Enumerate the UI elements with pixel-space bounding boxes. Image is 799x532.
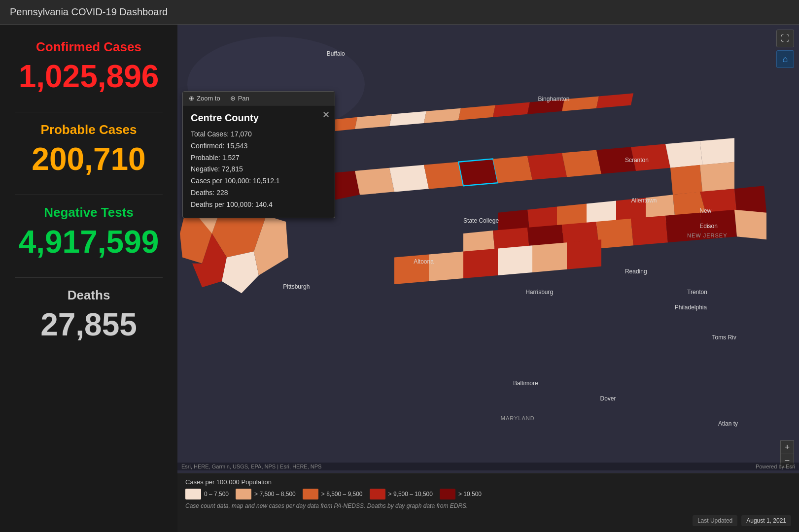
last-updated-date: August 1, 2021 [741, 515, 791, 526]
legend-item-3: > 9,500 – 10,500 [370, 489, 433, 499]
legend-item-2: > 8,500 – 9,500 [303, 489, 363, 499]
county-pike[interactable] [700, 138, 734, 165]
legend-item-4: > 10,500 [440, 489, 482, 499]
legend-label-0: 0 – 7,500 [204, 491, 229, 498]
powered-by-esri: Powered by Esri [756, 464, 795, 469]
county-popup: ⊕ Zoom to ⊕ Pan Centre County ✕ Total Ca… [182, 91, 335, 218]
negative-tests-block: Negative Tests 4,917,599 [15, 205, 163, 258]
popup-close-button[interactable]: ✕ [322, 110, 330, 119]
probable-cases-value: 200,710 [15, 143, 163, 175]
legend-swatch-0 [185, 489, 201, 499]
county-blair[interactable] [355, 168, 394, 195]
map-attribution: Esri, HERE, Garmin, USGS, EPA, NPS | Esr… [177, 463, 799, 470]
legend-label-3: > 9,500 – 10,500 [388, 491, 433, 498]
map-area[interactable]: Buffalo Binghamton Scranton Pittsburgh A… [177, 25, 799, 532]
county-northampton[interactable] [700, 162, 734, 192]
footer-source-note: Case count data, map and new cases per d… [185, 502, 791, 509]
negative-tests-value: 4,917,599 [15, 226, 163, 258]
legend-item-1: > 7,500 – 8,500 [236, 489, 296, 499]
legend-label-1: > 7,500 – 8,500 [254, 491, 296, 498]
title-bar: Pennsylvania COVID-19 Dashboard [0, 0, 799, 25]
negative-tests-label: Negative Tests [15, 205, 163, 220]
county-montgomery[interactable] [631, 216, 668, 246]
legend-swatch-1 [236, 489, 251, 499]
county-chester2[interactable] [567, 239, 601, 269]
county-lancaster[interactable] [532, 242, 567, 272]
popup-county-name: Centre County [191, 112, 327, 124]
county-centre[interactable] [458, 159, 498, 186]
popup-toolbar: ⊕ Zoom to ⊕ Pan [183, 92, 335, 105]
county-clinton[interactable] [493, 156, 532, 183]
main-layout: Confirmed Cases 1,025,896 Probable Cases… [0, 25, 799, 532]
page-title: Pennsylvania COVID-19 Dashboard [10, 6, 168, 18]
county-adams[interactable] [463, 248, 498, 278]
confirmed-cases-value: 1,025,896 [15, 61, 163, 92]
confirmed-cases-block: Confirmed Cases 1,025,896 [15, 39, 163, 92]
county-philadelphia[interactable] [700, 210, 737, 240]
divider-2 [15, 195, 163, 195]
legend-items-row: 0 – 7,500 > 7,500 – 8,500 > 8,500 – 9,50… [185, 489, 791, 499]
probable-cases-label: Probable Cases [15, 122, 163, 137]
last-updated-label: Last Updated [693, 515, 737, 526]
probable-cases-block: Probable Cases 200,710 [15, 122, 163, 175]
zoom-in-button[interactable]: + [780, 440, 794, 454]
county-delaware[interactable] [734, 210, 766, 240]
expand-button[interactable]: ⛶ [776, 30, 794, 47]
legend-title: Cases per 100,000 Population [185, 478, 791, 486]
county-sullivan[interactable] [562, 150, 601, 177]
popup-data: Total Cases: 17,070 Confirmed: 15,543 Pr… [191, 129, 327, 211]
county-fulton[interactable] [394, 255, 429, 285]
map-controls: ⛶ ⌂ [776, 30, 794, 68]
legend-swatch-3 [370, 489, 385, 499]
deaths-block: Deaths 27,855 [15, 288, 163, 340]
county-monroe[interactable] [670, 165, 702, 195]
county-lackawanna[interactable] [631, 144, 670, 171]
deaths-label: Deaths [15, 288, 163, 303]
county-chester[interactable] [596, 219, 633, 249]
county-huntingdon[interactable] [389, 165, 429, 192]
county-mifflin[interactable] [424, 162, 463, 189]
deaths-value: 27,855 [15, 309, 163, 340]
county-wyoming[interactable] [596, 147, 636, 174]
confirmed-cases-label: Confirmed Cases [15, 39, 163, 55]
bottom-legend-area: Cases per 100,000 Population 0 – 7,500 >… [177, 473, 799, 532]
county-wayne[interactable] [665, 141, 702, 168]
county-franklin[interactable] [429, 251, 463, 281]
legend-swatch-2 [303, 489, 318, 499]
legend-label-4: > 10,500 [458, 491, 482, 498]
divider-3 [15, 277, 163, 278]
pan-icon: ⊕ [230, 95, 236, 102]
county-lycoming[interactable] [527, 153, 567, 180]
popup-content: Centre County ✕ Total Cases: 17,070 Conf… [183, 105, 335, 218]
zoom-icon: ⊕ [189, 95, 194, 102]
legend-label-2: > 8,500 – 9,500 [321, 491, 363, 498]
divider-1 [15, 112, 163, 112]
zoom-to-button[interactable]: ⊕ Zoom to [189, 95, 220, 102]
attribution-text: Esri, HERE, Garmin, USGS, EPA, NPS | Esr… [181, 464, 321, 469]
home-button[interactable]: ⌂ [776, 50, 794, 68]
left-panel: Confirmed Cases 1,025,896 Probable Cases… [0, 25, 177, 532]
county-bucks[interactable] [665, 213, 702, 243]
last-updated-block: Last Updated August 1, 2021 [693, 515, 791, 526]
county-york[interactable] [498, 245, 532, 275]
pan-button[interactable]: ⊕ Pan [230, 95, 249, 102]
legend-swatch-4 [440, 489, 455, 499]
legend-item-0: 0 – 7,500 [185, 489, 229, 499]
